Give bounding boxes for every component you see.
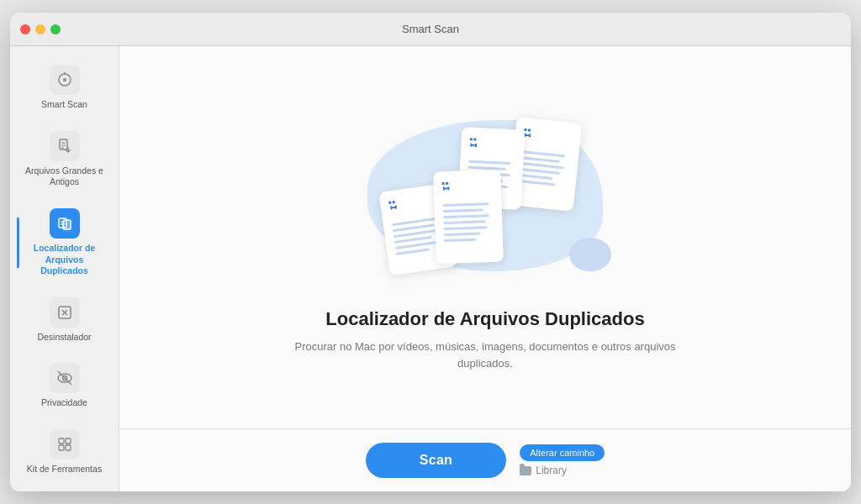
doc-line	[442, 202, 489, 207]
close-button[interactable]	[20, 24, 30, 34]
svg-point-1	[63, 78, 66, 81]
sidebar-item-uninstaller[interactable]: Desinstalador	[17, 289, 112, 352]
path-label: Library	[536, 465, 567, 476]
sidebar-item-smart-scan[interactable]: Smart Scan	[17, 56, 112, 119]
doc-line	[443, 226, 487, 230]
smart-scan-icon	[50, 65, 80, 95]
sidebar-item-large-files[interactable]: Arquivos Grandes e Antigos	[17, 123, 112, 197]
doc-line	[444, 232, 481, 236]
sidebar-item-privacy-label: Privacidade	[41, 397, 87, 409]
doc-line	[519, 180, 556, 186]
minimize-button[interactable]	[35, 24, 45, 34]
content-subtitle: Procurar no Mac por vídeos, músicas, ima…	[283, 339, 687, 371]
window-title: Smart Scan	[402, 23, 459, 35]
toolkit-icon	[50, 429, 80, 459]
blob-small	[569, 238, 611, 271]
traffic-lights	[20, 24, 61, 34]
doc-line	[443, 208, 483, 213]
svg-rect-21	[66, 445, 71, 450]
scan-button[interactable]: Scan	[366, 443, 506, 478]
doc-icon-3: ꟷ̈	[469, 136, 516, 156]
path-info: Alterar caminho Library	[520, 444, 605, 476]
content-main: ꟷ̈ ꟷ̈	[119, 46, 851, 428]
large-files-icon	[50, 131, 80, 161]
content-area: ꟷ̈ ꟷ̈	[119, 46, 851, 491]
doc-line	[443, 220, 485, 224]
change-path-button[interactable]: Alterar caminho	[520, 444, 605, 461]
app-window: Smart Scan Smart Scan	[10, 13, 851, 491]
doc-icon-4: ꟷ̈	[522, 126, 573, 149]
sidebar: Smart Scan Arquivos Grandes e Antigos	[10, 46, 119, 491]
uninstaller-icon	[50, 297, 80, 328]
doc-line	[444, 239, 476, 242]
doc-line	[443, 214, 489, 218]
sidebar-item-toolkit-label: Kit de Ferramentas	[27, 464, 102, 475]
doc-card-2: ꟷ̈	[433, 170, 504, 265]
svg-rect-18	[59, 438, 64, 444]
main-layout: Smart Scan Arquivos Grandes e Antigos	[10, 46, 851, 491]
titlebar: Smart Scan	[10, 13, 851, 46]
doc-line	[519, 174, 552, 180]
svg-rect-20	[59, 445, 64, 450]
sidebar-item-uninstaller-label: Desinstalador	[37, 332, 91, 344]
maximize-button[interactable]	[50, 24, 61, 34]
sidebar-item-toolkit[interactable]: Kit de Ferramentas	[17, 421, 112, 484]
doc-line	[396, 248, 430, 255]
privacy-icon	[50, 363, 80, 393]
sidebar-item-large-files-label: Arquivos Grandes e Antigos	[24, 165, 105, 188]
doc-line	[468, 160, 510, 165]
sidebar-item-privacy[interactable]: Privacidade	[17, 354, 112, 417]
doc-icon-2: ꟷ̈	[441, 178, 493, 197]
folder-icon	[520, 466, 531, 475]
illustration: ꟷ̈ ꟷ̈	[351, 103, 620, 288]
sidebar-item-duplicate-finder-label: Localizador de Arquivos Duplicados	[24, 243, 105, 277]
content-title: Localizador de Arquivos Duplicados	[325, 308, 644, 330]
path-location: Library	[520, 465, 567, 476]
svg-rect-19	[66, 438, 71, 444]
bottom-bar: Scan Alterar caminho Library	[119, 428, 851, 491]
sidebar-item-smart-scan-label: Smart Scan	[41, 99, 87, 111]
sidebar-item-duplicate-finder[interactable]: Localizador de Arquivos Duplicados	[17, 200, 112, 286]
active-indicator	[17, 217, 19, 268]
doc-line	[521, 156, 560, 163]
doc-icon-1: ꟷ̈	[388, 192, 441, 217]
duplicate-finder-icon	[50, 208, 80, 239]
